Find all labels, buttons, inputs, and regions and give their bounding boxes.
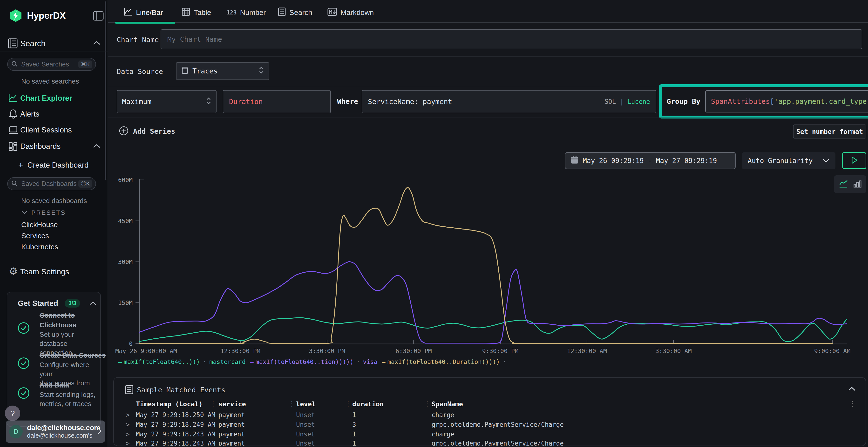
language-toggle[interactable]: SQL | Lucene	[604, 98, 650, 105]
where-input[interactable]: ServiceName: payment SQL | Lucene	[362, 90, 656, 113]
document-list-icon	[278, 7, 286, 18]
search-icon	[11, 180, 18, 187]
dashboards-icon	[8, 142, 18, 152]
expand-row-chevron-icon[interactable]: >	[126, 431, 130, 438]
line-chart-icon	[123, 7, 133, 18]
column-resize-handle[interactable]: ⋮	[288, 400, 295, 408]
granularity-select[interactable]: Auto Granularity	[742, 152, 835, 169]
svg-text:300M: 300M	[118, 259, 133, 265]
expand-row-chevron-icon[interactable]: >	[126, 440, 130, 446]
events-collapse-chevron-icon[interactable]	[848, 386, 856, 392]
sidebar-item-services[interactable]: Services	[21, 232, 49, 240]
saved-dashboards-input[interactable]: ⌘K	[7, 177, 96, 190]
legend-dash-icon: —	[382, 358, 385, 365]
help-button[interactable]: ?	[5, 406, 20, 421]
legend-series-label[interactable]: maxIf(toFloat640..)))	[124, 358, 200, 365]
column-resize-handle[interactable]: ⋮	[424, 400, 431, 408]
chart-legend[interactable]: —maxIf(toFloat640..)))·mastercard—maxIf(…	[118, 357, 509, 367]
divider	[108, 56, 868, 57]
legend-group-label[interactable]: visa	[363, 358, 377, 365]
sidebar-item-client-sessions[interactable]: Client Sessions	[20, 126, 72, 134]
sidebar-item-alerts[interactable]: Alerts	[20, 110, 39, 118]
get-started-collapse-chevron-icon[interactable]	[89, 301, 96, 307]
saved-dashboards-field[interactable]	[21, 180, 79, 188]
legend-series-label[interactable]: maxIf(toFloat640..Duration)))))	[388, 358, 500, 365]
col-spanname[interactable]: SpanName	[432, 400, 463, 408]
chart-type-toggle	[834, 175, 866, 193]
tab-table[interactable]: Table	[181, 6, 211, 19]
123-icon: 123	[227, 9, 237, 16]
collapse-sidebar-icon[interactable]	[93, 11, 104, 22]
aggregation-select[interactable]: Maximum	[117, 90, 217, 113]
data-source-label: Data Source	[117, 67, 163, 76]
chevron-right-icon	[97, 427, 102, 436]
set-number-format-button[interactable]: Set number format	[793, 125, 866, 138]
search-collapse-chevron-icon[interactable]	[93, 40, 101, 47]
check-circle-icon	[18, 357, 30, 370]
svg-text:450M: 450M	[118, 217, 133, 225]
hyperdx-logo-icon[interactable]	[9, 9, 23, 24]
expand-row-chevron-icon[interactable]: >	[126, 421, 130, 428]
table-icon	[181, 7, 190, 18]
timeseries-chart[interactable]: 0150M300M450M600MMay 26 9:00:00 AM12:30:…	[108, 174, 868, 357]
svg-text:0: 0	[129, 340, 133, 347]
svg-text:3:30:00 PM: 3:30:00 PM	[309, 347, 345, 354]
sidebar-item-team-settings[interactable]: Team Settings	[20, 267, 69, 276]
sample-matched-events-panel: Sample Matched Events Timestamp (Local) …	[113, 377, 866, 446]
data-source-select[interactable]: Traces	[176, 62, 269, 80]
user-email: dale@clickhouse.com	[27, 424, 97, 432]
legend-series-label[interactable]: maxIf(toFloat640..tion)))))	[255, 358, 353, 365]
search-section-icon	[8, 38, 18, 49]
line-chart-toggle-icon[interactable]	[838, 178, 849, 190]
sidebar: HyperDX Search ⌘K No saved searches Char…	[0, 0, 108, 447]
date-range-picker[interactable]: May 26 09:29:19 - May 27 09:29:19	[565, 152, 736, 169]
run-query-button[interactable]	[842, 152, 866, 169]
legend-group-label[interactable]: mastercard	[209, 358, 246, 365]
group-by-highlight: Group By SpanAttributes['app.payment.car…	[659, 84, 868, 118]
user-menu[interactable]: D dale@clickhouse.com dale@clickhouse.co…	[6, 420, 105, 443]
sidebar-item-search[interactable]: Search	[20, 39, 45, 48]
tab-search[interactable]: Search	[278, 6, 312, 19]
group-by-input[interactable]: SpanAttributes['app.payment.card_type']	[705, 90, 868, 112]
shortcut-badge: ⌘K	[79, 180, 92, 187]
add-series-button[interactable]: Add Series	[119, 126, 175, 137]
table-options-kebab-icon[interactable]: ⋮	[849, 399, 856, 408]
column-resize-handle[interactable]: ⋮	[210, 400, 217, 408]
sidebar-scrollbar[interactable]	[105, 1, 106, 180]
saved-searches-field[interactable]	[21, 61, 79, 68]
tab-line-bar[interactable]: Line/Bar	[123, 6, 163, 19]
get-started-badge: 3/3	[65, 299, 80, 308]
expand-row-chevron-icon[interactable]: >	[126, 411, 130, 419]
sidebar-item-chart-explorer[interactable]: Chart Explorer	[20, 94, 72, 103]
col-level[interactable]: level	[296, 400, 316, 408]
lucene-toggle[interactable]: Lucene	[627, 98, 650, 105]
svg-text:150M: 150M	[118, 299, 133, 306]
saved-searches-input[interactable]: ⌘K	[7, 58, 96, 71]
sidebar-item-clickhouse[interactable]: ClickHouse	[21, 220, 58, 229]
chart-name-field[interactable]	[167, 35, 856, 44]
chart-name-label: Chart Name	[117, 36, 159, 44]
col-timestamp[interactable]: Timestamp (Local)	[136, 400, 203, 408]
get-started-card: Get Started 3/3 Connect toClickHouse Set…	[7, 292, 101, 427]
check-circle-icon	[18, 387, 30, 400]
dashboards-collapse-chevron-icon[interactable]	[93, 143, 101, 150]
sidebar-item-kubernetes[interactable]: Kubernetes	[21, 243, 58, 251]
play-icon	[850, 156, 858, 165]
tab-markdown[interactable]: Markdown	[328, 6, 374, 19]
col-duration[interactable]: duration	[352, 400, 383, 408]
events-list-icon	[125, 385, 133, 396]
column-resize-handle[interactable]: ⋮	[345, 400, 351, 408]
chart-name-input[interactable]	[161, 29, 862, 49]
get-started-item[interactable]: Add Data Start sending logs,metrics, or …	[39, 381, 102, 409]
calendar-icon	[571, 156, 579, 166]
create-dashboard-button[interactable]: + Create Dashboard	[18, 161, 89, 170]
presets-toggle[interactable]: PRESETS	[21, 209, 66, 216]
tab-number[interactable]: 123 Number	[227, 6, 266, 19]
sql-toggle[interactable]: SQL	[604, 98, 616, 105]
sidebar-item-dashboards[interactable]: Dashboards	[20, 142, 61, 151]
col-service[interactable]: service	[218, 400, 246, 408]
bar-chart-toggle-icon[interactable]	[852, 178, 862, 190]
where-label: Where	[337, 97, 358, 105]
get-started-item[interactable]: Connect toClickHouse Set up your databas…	[39, 311, 100, 357]
field-input[interactable]: Duration	[223, 90, 331, 113]
